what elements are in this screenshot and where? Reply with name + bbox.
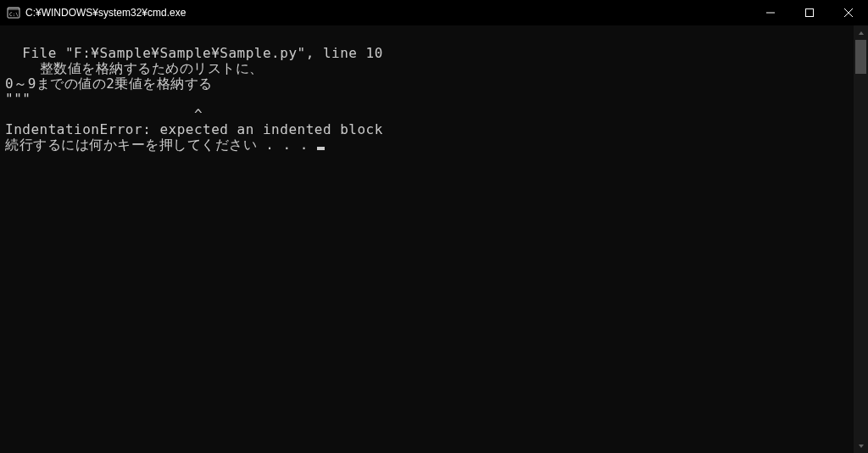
output-line: ^ [5, 107, 868, 122]
svg-text:C:\: C:\ [9, 11, 19, 17]
scroll-down-icon[interactable] [854, 439, 868, 453]
titlebar-left: C:\ C:¥WINDOWS¥system32¥cmd.exe [7, 6, 186, 20]
scroll-thumb[interactable] [855, 40, 866, 74]
output-prompt-line: 続行するには何かキーを押してください . . . [5, 137, 868, 153]
svg-rect-4 [806, 8, 814, 16]
svg-marker-7 [859, 31, 864, 35]
window-titlebar[interactable]: C:\ C:¥WINDOWS¥system32¥cmd.exe [0, 0, 868, 25]
output-line: IndentationError: expected an indented b… [5, 122, 868, 137]
window-controls [751, 0, 868, 25]
window-title: C:¥WINDOWS¥system32¥cmd.exe [25, 7, 186, 19]
cursor-icon [317, 147, 325, 150]
output-line: 0～9までの値の2乗値を格納する [5, 76, 868, 92]
vertical-scrollbar[interactable] [854, 25, 868, 453]
close-button[interactable] [829, 0, 868, 25]
terminal-output[interactable]: File "F:¥Sample¥Sample¥Sample.py", line … [0, 25, 868, 453]
minimize-button[interactable] [751, 0, 790, 25]
prompt-text: 続行するには何かキーを押してください . . . [5, 137, 317, 153]
svg-marker-8 [859, 445, 864, 448]
cmd-icon: C:\ [7, 6, 20, 20]
scroll-up-icon[interactable] [854, 25, 868, 40]
svg-rect-1 [8, 8, 19, 10]
output-line: """ [5, 92, 868, 107]
maximize-button[interactable] [790, 0, 829, 25]
output-line: File "F:¥Sample¥Sample¥Sample.py", line … [5, 46, 868, 61]
output-line: 整数値を格納するためのリストに、 [5, 61, 868, 76]
